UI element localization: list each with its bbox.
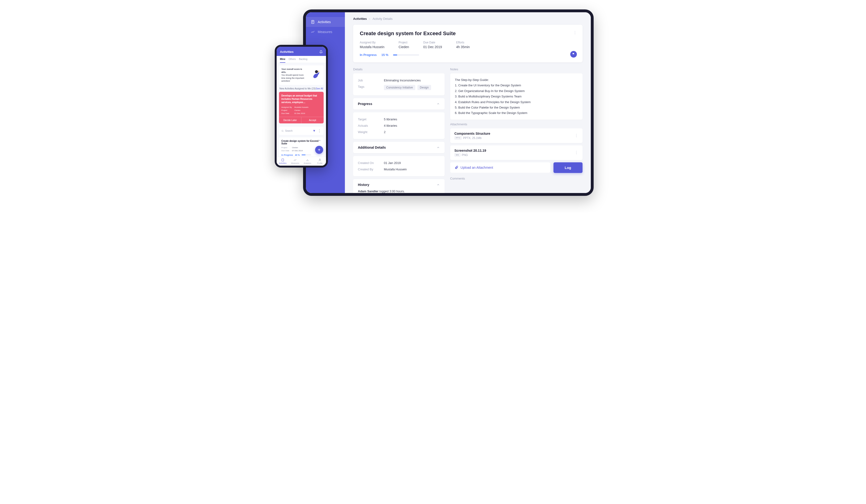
attachment-item[interactable]: Screenshot 20.11.19 IMG PNG ⋮ bbox=[450, 145, 582, 160]
tag-pill[interactable]: Design bbox=[418, 85, 431, 90]
label: Project bbox=[281, 146, 292, 149]
search-input[interactable]: Search bbox=[281, 129, 311, 132]
nav-label: Measures bbox=[291, 162, 299, 164]
nav-measures[interactable]: Measures bbox=[289, 157, 301, 165]
right-column: Notes The Step-by-Step Guide: 1. Create … bbox=[450, 68, 582, 193]
tags-label: Tags bbox=[358, 85, 377, 90]
value: 07 Dec 2019 bbox=[292, 150, 303, 152]
due-date-value: 01 Dec 2019 bbox=[423, 45, 442, 49]
notes-line: 6. Build the Typographic Scale for the D… bbox=[455, 110, 578, 116]
list-card-title: Create design system for Exceed Suite bbox=[281, 140, 321, 145]
score-card: Your overall score is 40%. You should sp… bbox=[279, 65, 324, 85]
tag-pill[interactable]: Consistency Initiative bbox=[384, 85, 415, 90]
progress-body-card: Target 5 libraries Actuals 4 libraries W… bbox=[353, 112, 445, 139]
label: Due Date bbox=[281, 149, 292, 152]
svg-point-3 bbox=[282, 130, 283, 131]
upload-attachment-link[interactable]: Upload an Attachment bbox=[450, 162, 550, 173]
accept-button[interactable]: Accept bbox=[301, 117, 324, 123]
flag-icon bbox=[319, 140, 321, 142]
breadcrumb-current: Activity Details bbox=[373, 17, 392, 21]
clipboard-icon bbox=[281, 158, 285, 162]
left-column: Details Job Eliminating Inconsistencies … bbox=[353, 68, 445, 193]
history-user: Adam Sandler bbox=[358, 190, 378, 193]
notes-line: 2. Get Organizational Buy-In for the Des… bbox=[455, 88, 578, 94]
tab-mine[interactable]: Mine bbox=[280, 58, 285, 63]
search-bar: Search ⋮ bbox=[279, 127, 324, 135]
more-icon[interactable]: ⋮ bbox=[575, 150, 578, 155]
additional-body-card: Created On 01 Jan 2019 Created By Mustaf… bbox=[353, 156, 445, 176]
notes-line: 1. Create the UI Inventory for the Desig… bbox=[455, 83, 578, 88]
phone-tabs: Mine Others Backlog bbox=[277, 56, 326, 63]
efforts-value: 4h 35min bbox=[456, 45, 470, 49]
label: Due Date bbox=[281, 112, 294, 115]
see-all-link[interactable]: See All bbox=[316, 87, 323, 90]
breadcrumb-root[interactable]: Activities bbox=[353, 17, 367, 21]
new-activity-card[interactable]: Develops an annual budget that includes … bbox=[279, 92, 324, 123]
more-icon[interactable]: ⋮ bbox=[573, 31, 577, 35]
more-icon[interactable]: ⋮ bbox=[575, 133, 578, 138]
sidebar-item-label: Measures bbox=[318, 30, 332, 34]
svg-rect-5 bbox=[282, 159, 284, 161]
chevron-up-icon[interactable] bbox=[436, 146, 440, 149]
notes-section-label: Notes bbox=[450, 68, 582, 71]
progress-bar bbox=[393, 55, 419, 56]
phone-bottom-nav: Activities Measures Analytics Profile bbox=[277, 157, 326, 165]
phone-header: Activities bbox=[277, 47, 326, 56]
phone-body: Your overall score is 40%. You should sp… bbox=[277, 63, 326, 157]
notes-line: 4. Establish Rules and Principles for th… bbox=[455, 99, 578, 105]
target-label: Target bbox=[358, 117, 377, 121]
notes-card: The Step-by-Step Guide: 1. Create the UI… bbox=[450, 73, 582, 119]
notes-line: 5. Build the Color Palette for the Desig… bbox=[455, 105, 578, 110]
flag-button[interactable] bbox=[570, 51, 577, 58]
created-by-label: Created By bbox=[358, 168, 377, 171]
bell-icon[interactable] bbox=[319, 50, 323, 54]
add-fab[interactable]: + bbox=[315, 146, 323, 154]
person-illustration bbox=[308, 69, 321, 81]
history-card: History Adam Sandler logged 3:00 hours. … bbox=[353, 179, 445, 193]
nav-label: Activities bbox=[279, 162, 287, 164]
project-label: Project bbox=[399, 41, 409, 44]
upload-label: Upload an Attachment bbox=[460, 165, 493, 169]
job-value: Eliminating Inconsistencies bbox=[384, 79, 421, 82]
nav-analytics[interactable]: Analytics bbox=[301, 157, 314, 165]
score-text: You should spend more time doing the imp… bbox=[281, 73, 307, 83]
search-placeholder: Search bbox=[285, 129, 293, 132]
notes-line: 3. Build a Multidisciplinary Design Syst… bbox=[455, 94, 578, 99]
notes-line: The Step-by-Step Guide: bbox=[455, 77, 578, 83]
progress-title: Progress bbox=[358, 102, 372, 106]
trend-icon bbox=[311, 30, 315, 34]
chevron-up-icon[interactable] bbox=[436, 183, 440, 186]
filter-icon[interactable] bbox=[313, 129, 315, 133]
nav-label: Profile bbox=[317, 162, 323, 164]
list-percent: 40 % bbox=[295, 154, 300, 156]
actuals-value: 4 libraries bbox=[384, 124, 397, 127]
search-icon bbox=[281, 130, 284, 132]
nav-label: Analytics bbox=[304, 162, 311, 164]
more-icon[interactable]: ⋮ bbox=[318, 129, 321, 133]
nav-profile[interactable]: Profile bbox=[314, 157, 326, 165]
tab-others[interactable]: Others bbox=[289, 58, 296, 63]
chevron-up-icon[interactable] bbox=[436, 102, 440, 105]
sidebar-item-measures[interactable]: Measures bbox=[306, 27, 345, 37]
attachment-meta-text: PNG bbox=[462, 153, 468, 157]
svg-line-4 bbox=[283, 131, 284, 132]
value: Cieden bbox=[294, 109, 300, 111]
assigned-by-label: Assigned By bbox=[360, 41, 384, 44]
sidebar-item-activities[interactable]: Activities bbox=[306, 17, 345, 27]
assigned-by-value: Mustafa Hussein bbox=[360, 45, 384, 49]
label: Assigned By bbox=[281, 106, 294, 109]
nav-activities[interactable]: Activities bbox=[277, 157, 289, 165]
additional-title: Additional Details bbox=[358, 146, 386, 149]
tab-backlog[interactable]: Backlog bbox=[299, 58, 308, 63]
log-button[interactable]: Log bbox=[554, 162, 583, 173]
target-value: 5 libraries bbox=[384, 117, 397, 121]
decide-later-button[interactable]: Decide Later bbox=[279, 117, 301, 123]
additional-details-card: Additional Details bbox=[353, 142, 445, 153]
attachment-item[interactable]: Components Structure PPTX PPTX, 25.1Mb ⋮ bbox=[450, 128, 582, 143]
attachment-name: Components Structure bbox=[455, 131, 490, 135]
progress-percent: 15 % bbox=[381, 53, 389, 57]
created-on-value: 01 Jan 2019 bbox=[384, 161, 401, 165]
created-on-label: Created On bbox=[358, 161, 377, 165]
chevron-right-icon: › bbox=[369, 17, 370, 21]
plus-icon: + bbox=[318, 147, 321, 153]
